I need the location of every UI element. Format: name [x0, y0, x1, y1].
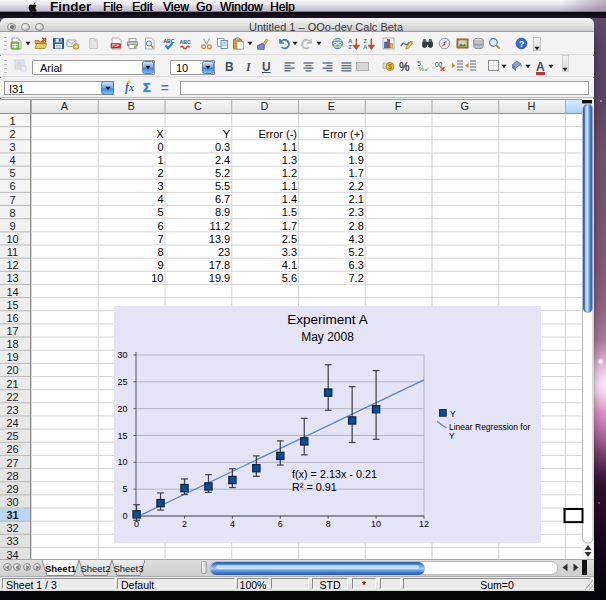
- svg-text:23: 23: [6, 404, 18, 416]
- svg-text:C: C: [194, 100, 202, 112]
- svg-text:1.7: 1.7: [282, 220, 297, 232]
- svg-text:5.2: 5.2: [215, 167, 230, 179]
- svg-text:f(x) = 2.13x - 0.21: f(x) = 2.13x - 0.21: [292, 468, 377, 480]
- svg-text:4.3: 4.3: [349, 233, 364, 245]
- svg-text:3.3: 3.3: [282, 246, 297, 258]
- svg-text:X: X: [156, 128, 164, 140]
- svg-text:1.3: 1.3: [282, 154, 297, 166]
- svg-text:9: 9: [157, 259, 163, 271]
- svg-text:0: 0: [157, 141, 163, 153]
- svg-text:0: 0: [134, 519, 139, 529]
- svg-text:4: 4: [157, 193, 163, 205]
- svg-text:18: 18: [6, 338, 18, 350]
- svg-text:10: 10: [117, 457, 127, 467]
- svg-text:Linear Regression for: Linear Regression for: [449, 422, 530, 432]
- svg-text:16: 16: [6, 312, 18, 324]
- svg-text:ABC: ABC: [180, 39, 191, 45]
- svg-text:5.2: 5.2: [349, 246, 364, 258]
- svg-text:26: 26: [6, 443, 18, 455]
- svg-text:6: 6: [9, 180, 15, 192]
- svg-text:6: 6: [157, 220, 163, 232]
- svg-text:19.9: 19.9: [209, 272, 230, 284]
- svg-text:10: 10: [371, 519, 381, 529]
- svg-text:A: A: [363, 44, 368, 50]
- svg-text:24: 24: [6, 417, 18, 429]
- svg-text:H: H: [528, 100, 536, 112]
- svg-text:5.6: 5.6: [282, 272, 297, 284]
- svg-text:Error (+): Error (+): [323, 128, 364, 140]
- svg-text:6.3: 6.3: [349, 259, 364, 271]
- svg-text:23: 23: [218, 246, 230, 258]
- svg-text:E: E: [328, 100, 335, 112]
- svg-text:2.5: 2.5: [282, 233, 297, 245]
- svg-text:4: 4: [9, 154, 15, 166]
- svg-text:11: 11: [7, 246, 18, 258]
- svg-text:5: 5: [9, 167, 15, 179]
- svg-text:Y: Y: [449, 431, 455, 441]
- svg-text:May 2008: May 2008: [301, 330, 354, 344]
- svg-text:3: 3: [157, 180, 163, 192]
- svg-text:25: 25: [117, 377, 127, 387]
- svg-text:4.1: 4.1: [282, 259, 297, 271]
- svg-text:PDF: PDF: [112, 44, 120, 48]
- svg-text:2.2: 2.2: [349, 180, 364, 192]
- svg-text:?: ?: [519, 39, 524, 49]
- svg-text:6: 6: [278, 519, 283, 529]
- svg-text:33: 33: [6, 535, 18, 547]
- svg-text:1: 1: [9, 115, 15, 127]
- svg-text:1.7: 1.7: [349, 167, 364, 179]
- svg-text:31: 31: [6, 509, 18, 521]
- svg-text:Y: Y: [450, 409, 456, 419]
- svg-text:20: 20: [6, 364, 18, 376]
- svg-text:3: 3: [9, 141, 15, 153]
- svg-text:30: 30: [117, 350, 127, 360]
- svg-text:Experiment A: Experiment A: [287, 312, 367, 327]
- svg-text:2: 2: [182, 519, 187, 529]
- svg-text:Y: Y: [223, 128, 231, 140]
- svg-text:6.7: 6.7: [215, 193, 230, 205]
- svg-text:19: 19: [6, 351, 18, 363]
- svg-text:22: 22: [6, 391, 18, 403]
- svg-text:D: D: [261, 100, 269, 112]
- svg-text:21: 21: [6, 378, 18, 390]
- svg-text:17.8: 17.8: [209, 259, 230, 271]
- svg-text:12: 12: [6, 259, 18, 271]
- svg-text:Sheet3: Sheet3: [113, 563, 143, 574]
- svg-text:00: 00: [435, 61, 443, 68]
- svg-text:27: 27: [6, 457, 18, 469]
- svg-text:B: B: [127, 100, 134, 112]
- svg-text:F: F: [395, 100, 402, 112]
- svg-text:34: 34: [6, 549, 18, 559]
- svg-text:2: 2: [157, 167, 163, 179]
- svg-text:10: 10: [151, 272, 163, 284]
- svg-text:2.8: 2.8: [349, 220, 364, 232]
- svg-text:10: 10: [6, 233, 18, 245]
- svg-text:8: 8: [157, 246, 163, 258]
- svg-text:7: 7: [9, 194, 15, 206]
- svg-text:8.9: 8.9: [215, 206, 230, 218]
- svg-text:13: 13: [6, 272, 18, 284]
- svg-text:1.1: 1.1: [282, 180, 297, 192]
- svg-text:Error (-): Error (-): [259, 128, 298, 140]
- svg-text:2.4: 2.4: [215, 154, 230, 166]
- svg-text:8: 8: [326, 519, 331, 529]
- svg-text:Z: Z: [348, 44, 352, 50]
- svg-text:7.2: 7.2: [349, 272, 364, 284]
- svg-text:14: 14: [6, 286, 18, 298]
- svg-text:A: A: [348, 38, 353, 44]
- svg-text:1.2: 1.2: [282, 167, 297, 179]
- svg-text:28: 28: [6, 470, 18, 482]
- svg-text:5: 5: [157, 206, 163, 218]
- svg-text:17: 17: [6, 325, 18, 337]
- svg-text:15: 15: [6, 299, 18, 311]
- svg-text:13.9: 13.9: [209, 233, 230, 245]
- svg-text:29: 29: [6, 483, 18, 495]
- svg-text:1.4: 1.4: [282, 193, 297, 205]
- svg-text:1.1: 1.1: [282, 141, 297, 153]
- svg-text:1.5: 1.5: [282, 206, 297, 218]
- svg-text:1.8: 1.8: [349, 141, 364, 153]
- svg-text:Sheet2: Sheet2: [80, 563, 110, 574]
- svg-text:9: 9: [9, 220, 15, 232]
- svg-text:1.9: 1.9: [349, 154, 364, 166]
- svg-text:A: A: [61, 100, 69, 112]
